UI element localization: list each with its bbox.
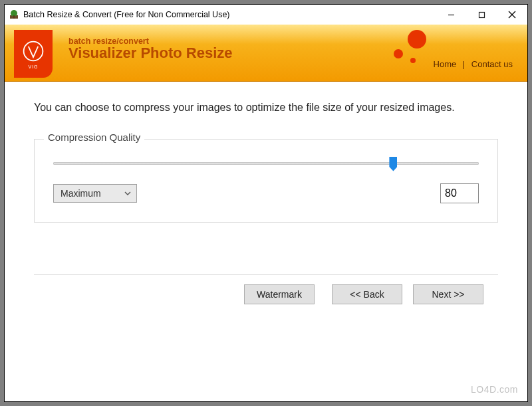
- next-button[interactable]: Next >>: [413, 284, 483, 304]
- fieldset-legend: Compression Quality: [44, 132, 144, 143]
- close-button[interactable]: [497, 5, 527, 25]
- maximize-button[interactable]: [466, 5, 497, 25]
- minimize-button[interactable]: [436, 5, 466, 25]
- instruction-text: You can choose to compress your images t…: [34, 100, 498, 115]
- compression-fieldset: Compression Quality Maximum: [34, 139, 498, 223]
- back-button[interactable]: << Back: [332, 284, 402, 304]
- decoration-dots: [388, 27, 428, 78]
- app-logo: VIG: [14, 30, 53, 78]
- svg-point-9: [394, 49, 403, 58]
- app-icon: [9, 9, 19, 20]
- header-tagline: batch resize/convert: [68, 25, 527, 46]
- slider-track: [53, 162, 479, 165]
- quality-value-input[interactable]: [440, 183, 479, 203]
- quality-slider[interactable]: [53, 162, 479, 165]
- wizard-buttons: Watermark << Back Next >>: [34, 275, 498, 304]
- header-links: Home | Contact us: [434, 59, 513, 69]
- home-link[interactable]: Home: [434, 59, 457, 69]
- titlebar: Batch Resize & Convert (Free for Non Com…: [5, 5, 527, 25]
- app-header: VIG batch resize/convert Visualizer Phot…: [5, 25, 527, 82]
- svg-rect-4: [479, 12, 484, 17]
- app-window: Batch Resize & Convert (Free for Non Com…: [4, 4, 528, 402]
- watermark-button[interactable]: Watermark: [244, 284, 315, 304]
- svg-point-10: [410, 58, 416, 63]
- window-title: Batch Resize & Convert (Free for Non Com…: [23, 10, 436, 19]
- logo-text: VIG: [28, 64, 38, 69]
- chevron-down-icon: [124, 191, 131, 195]
- svg-point-8: [408, 30, 426, 49]
- slider-thumb[interactable]: [389, 157, 397, 171]
- quality-preset-value: Maximum: [61, 188, 101, 199]
- svg-rect-2: [13, 15, 15, 19]
- quality-row: Maximum: [53, 183, 479, 203]
- site-watermark: LO4D.com: [471, 384, 518, 395]
- quality-preset-select[interactable]: Maximum: [53, 184, 137, 203]
- main-content: You can choose to compress your images t…: [5, 82, 527, 304]
- link-separator: |: [459, 59, 469, 69]
- window-controls: [436, 5, 527, 25]
- contact-link[interactable]: Contact us: [471, 59, 513, 69]
